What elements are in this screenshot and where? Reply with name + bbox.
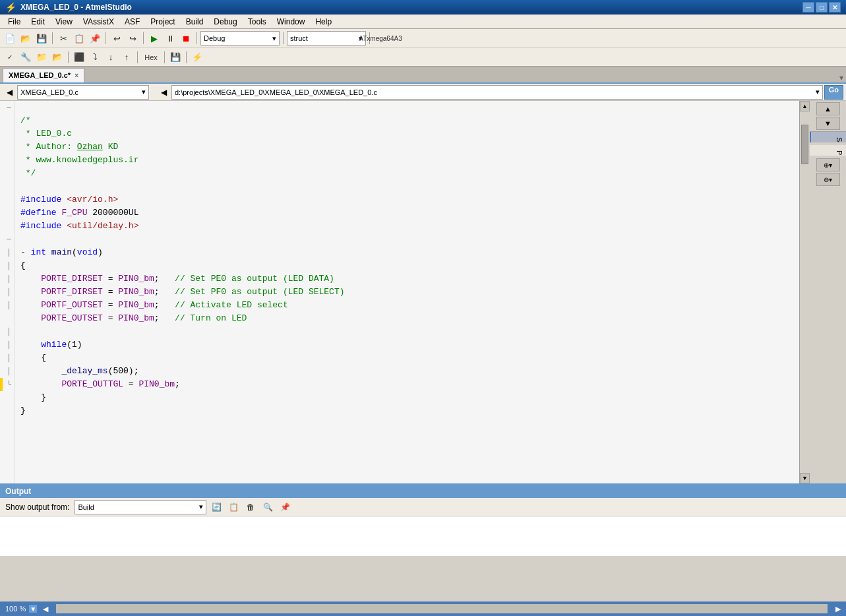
close-button[interactable]: ✕ bbox=[829, 2, 841, 13]
maximize-button[interactable]: □ bbox=[816, 2, 828, 13]
nav-file-dropdown[interactable]: XMEGA_LED_0.c ▾ bbox=[17, 85, 149, 100]
horizontal-scrollbar[interactable] bbox=[56, 604, 828, 613]
right-side-area: ▲ ▼ Soluti... Prope... ⊕▾ ⊖▾ bbox=[810, 101, 846, 483]
collapse-column: ─ ─ │ │ │ │ │ │ │ │ │ └ bbox=[3, 101, 15, 483]
sep9 bbox=[164, 51, 165, 63]
tb2-btn4[interactable]: 📂 bbox=[50, 50, 65, 65]
tab-scroll-btn[interactable]: ▾ bbox=[839, 73, 843, 82]
prop-icon-1[interactable]: ⊕▾ bbox=[816, 158, 840, 171]
output-copy-btn[interactable]: 📋 bbox=[226, 500, 241, 514]
output-content bbox=[0, 516, 846, 556]
tb2-flash-btn[interactable]: ⚡ bbox=[190, 50, 204, 65]
yellow-mark bbox=[0, 378, 3, 391]
sep10 bbox=[186, 51, 187, 63]
scroll-track bbox=[800, 111, 810, 473]
output-header: Output bbox=[0, 485, 846, 498]
scroll-up-btn[interactable]: ▲ bbox=[800, 101, 810, 111]
tb2-hex-btn[interactable]: Hex bbox=[141, 50, 161, 65]
sep1 bbox=[52, 32, 53, 44]
menu-project[interactable]: Project bbox=[145, 16, 180, 28]
menu-help[interactable]: Help bbox=[310, 16, 337, 28]
nav-up-btn[interactable]: ▲ bbox=[816, 102, 840, 115]
app-icon: ⚡ bbox=[5, 2, 16, 13]
sep5 bbox=[283, 32, 284, 44]
redo-btn[interactable]: ↪ bbox=[125, 31, 140, 46]
nav-go-btn[interactable]: Go bbox=[824, 85, 843, 100]
nav-path-dropdown[interactable]: d:\projects\XMEGA_LED_0\XMEGA_LED_0\XMEG… bbox=[171, 85, 823, 100]
menu-edit[interactable]: Edit bbox=[26, 16, 50, 28]
menu-view[interactable]: View bbox=[50, 16, 78, 28]
save-btn[interactable]: 💾 bbox=[34, 31, 49, 46]
open-btn[interactable]: 📂 bbox=[18, 31, 33, 46]
tb2-step-over-btn[interactable]: ⤵ bbox=[88, 50, 102, 65]
zoom-dropdown-btn[interactable]: ▼ bbox=[28, 604, 38, 613]
menu-vassistx[interactable]: VAssistX bbox=[78, 16, 119, 28]
properties-icon-area: ⊕▾ ⊖▾ bbox=[810, 156, 846, 189]
right-nav-panel: ▲ ▼ bbox=[810, 101, 846, 132]
nav-down-btn[interactable]: ▼ bbox=[816, 117, 840, 130]
menu-file[interactable]: File bbox=[3, 16, 26, 28]
scroll-right-btn[interactable]: ▶ bbox=[835, 605, 841, 613]
scroll-left-btn[interactable]: ◀ bbox=[43, 605, 48, 613]
paste-btn[interactable]: 📌 bbox=[88, 31, 102, 46]
minimize-button[interactable]: ─ bbox=[802, 2, 814, 13]
brace-open: │ bbox=[3, 246, 15, 259]
prop-icon-2[interactable]: ⊖▾ bbox=[816, 173, 840, 186]
sep7 bbox=[68, 51, 69, 63]
output-source-dropdown[interactable]: Build ▾ bbox=[75, 500, 206, 514]
tb2-mem-btn[interactable]: 💾 bbox=[168, 50, 183, 65]
sep2 bbox=[106, 32, 106, 44]
collapse-comment[interactable]: ─ bbox=[3, 101, 15, 114]
undo-btn[interactable]: ↩ bbox=[109, 31, 124, 46]
tb2-btn1[interactable]: ✓ bbox=[3, 50, 17, 65]
debug-config-dropdown[interactable]: Debug ▾ bbox=[200, 31, 280, 46]
toolbar-area: 📄 📂 💾 ✂ 📋 📌 ↩ ↪ ▶ ⏸ ⏹ Debug ▾ struct ▾ A… bbox=[0, 29, 846, 67]
collapse-main[interactable]: ─ bbox=[3, 233, 15, 246]
zoom-control: 100 % ▼ bbox=[5, 604, 38, 613]
menu-debug[interactable]: Debug bbox=[208, 16, 242, 28]
tb2-step-out-btn[interactable]: ↑ bbox=[119, 50, 134, 65]
pause-btn[interactable]: ⏸ bbox=[163, 31, 177, 46]
menu-build[interactable]: Build bbox=[181, 16, 209, 28]
sep8 bbox=[137, 51, 138, 63]
device-btn[interactable]: ATxmega64A3 bbox=[373, 31, 388, 46]
bottom-area: Output Show output from: Build ▾ 🔄 📋 🗑 🔍… bbox=[0, 483, 846, 556]
code-editor[interactable]: ─ ─ │ │ │ │ │ │ │ │ │ └ /* * LED_0.c * bbox=[0, 101, 810, 483]
output-dock-btn[interactable]: 📌 bbox=[278, 500, 292, 514]
tab-filename: XMEGA_LED_0.c* bbox=[9, 71, 71, 79]
cut-btn[interactable]: ✂ bbox=[56, 31, 71, 46]
tab-close-btn[interactable]: × bbox=[75, 72, 78, 79]
properties-panel-tab[interactable]: Prope... bbox=[810, 145, 846, 156]
start-btn[interactable]: ▶ bbox=[147, 31, 162, 46]
status-bar: 100 % ▼ ◀ ▶ bbox=[0, 601, 846, 616]
solution-explorer-tab[interactable]: Soluti... bbox=[810, 132, 846, 142]
main-area: ─ ─ │ │ │ │ │ │ │ │ │ └ /* * LED_0.c * bbox=[0, 101, 846, 483]
config-dropdown[interactable]: struct ▾ bbox=[287, 31, 366, 46]
copy-btn[interactable]: 📋 bbox=[72, 31, 86, 46]
scroll-thumb[interactable] bbox=[801, 125, 808, 164]
toolbar-row-2: ✓ 🔧 📁 📂 ⬛ ⤵ ↓ ↑ Hex 💾 ⚡ bbox=[0, 47, 846, 66]
stop-btn[interactable]: ⏹ bbox=[179, 31, 193, 46]
output-clear-btn[interactable]: 🗑 bbox=[243, 500, 258, 514]
code-content[interactable]: /* * LED_0.c * Author: Ozhan KD * www.kn… bbox=[15, 101, 799, 483]
output-refresh-btn[interactable]: 🔄 bbox=[209, 500, 224, 514]
new-project-btn[interactable]: 📄 bbox=[3, 31, 17, 46]
output-toolbar: Show output from: Build ▾ 🔄 📋 🗑 🔍 📌 bbox=[0, 498, 846, 516]
menu-asf[interactable]: ASF bbox=[119, 16, 145, 28]
editor-tab-xmega[interactable]: XMEGA_LED_0.c* × bbox=[3, 68, 84, 82]
tb2-btn2[interactable]: 🔧 bbox=[18, 50, 33, 65]
output-find-btn[interactable]: 🔍 bbox=[260, 500, 275, 514]
tb2-breakpoint-btn[interactable]: ⬛ bbox=[72, 50, 86, 65]
sep3 bbox=[143, 32, 144, 44]
tb2-btn3[interactable]: 📁 bbox=[34, 50, 49, 65]
window-controls: ─ □ ✕ bbox=[802, 2, 841, 13]
tab-area: XMEGA_LED_0.c* × ▾ bbox=[0, 67, 846, 84]
show-output-label: Show output from: bbox=[5, 503, 69, 512]
nav-back-btn[interactable]: ◀ bbox=[3, 86, 16, 99]
tb2-step-into-btn[interactable]: ↓ bbox=[104, 50, 118, 65]
sep4 bbox=[196, 32, 197, 44]
menu-window[interactable]: Window bbox=[272, 16, 311, 28]
nav-path-back-btn[interactable]: ◀ bbox=[157, 86, 170, 99]
menu-tools[interactable]: Tools bbox=[243, 16, 272, 28]
scroll-down-btn[interactable]: ▼ bbox=[800, 473, 810, 483]
